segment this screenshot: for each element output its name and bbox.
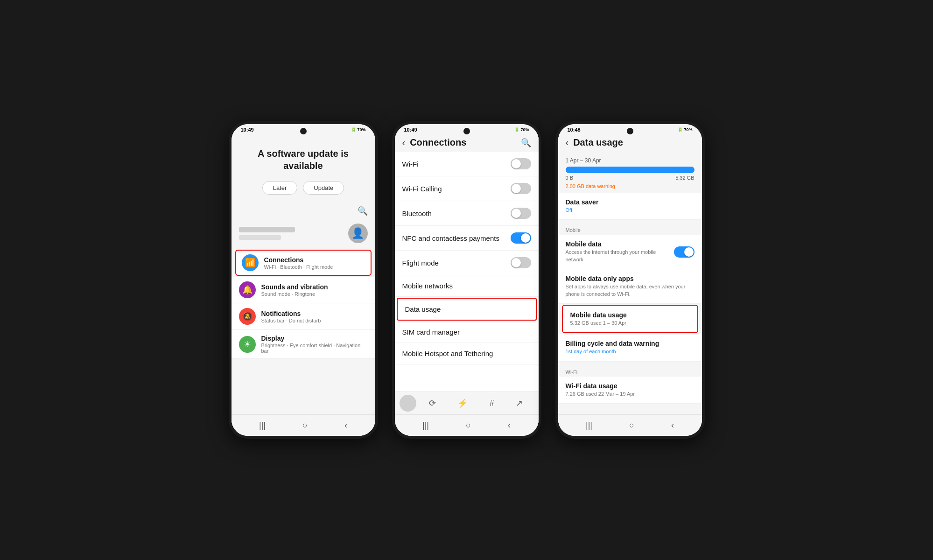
mobile-data-title: Mobile data <box>566 240 674 248</box>
data-usage-bar <box>566 167 694 173</box>
wifi-data-usage-item[interactable]: Wi-Fi data usage 7.26 GB used 22 Mar – 1… <box>558 377 702 404</box>
nav-home[interactable]: ○ <box>299 419 311 432</box>
data-usage-header: ‹ Data usage <box>558 133 702 152</box>
nav-home-2[interactable]: ○ <box>462 419 475 432</box>
billing-cycle-title: Billing cycle and data warning <box>566 340 694 347</box>
nav-back-2[interactable]: ‹ <box>504 419 514 432</box>
data-saver-title: Data saver <box>566 198 694 206</box>
settings-item-display[interactable]: ☀ Display Brightness · Eye comfort shiel… <box>231 330 375 359</box>
sounds-sub: Sound mode · Ringtone <box>261 291 368 297</box>
later-button[interactable]: Later <box>262 181 298 195</box>
connections-page-title: Connections <box>410 137 520 148</box>
bluetooth-toggle[interactable] <box>511 208 531 219</box>
scan-icon[interactable]: ⟳ <box>427 396 438 410</box>
mobile-data-usage-item[interactable]: Mobile data usage 5.32 GB used 1 – 30 Ap… <box>562 305 698 333</box>
header-search-icon[interactable]: 🔍 <box>521 138 531 148</box>
time-2: 10:49 <box>404 127 417 133</box>
phone-1: 10:49 🔋 70% A software update is availab… <box>229 121 378 439</box>
data-usage-title: Data usage <box>573 137 694 148</box>
avatar: 👤 <box>348 224 368 243</box>
connections-icon: 📶 <box>242 254 259 271</box>
nav-recent-2[interactable]: ||| <box>419 419 433 432</box>
user-name-blur <box>239 227 295 232</box>
mobile-data-toggle[interactable] <box>674 246 694 258</box>
share-icon[interactable]: ↗ <box>514 396 525 410</box>
user-sub-blur <box>239 235 281 240</box>
lightning-icon[interactable]: ⚡ <box>456 396 470 410</box>
conn-data-usage[interactable]: Data usage <box>397 298 537 321</box>
mobile-data-sub: Access the internet through your mobile … <box>566 249 674 263</box>
mobile-data-usage-sub: 5.32 GB used 1 – 30 Apr <box>570 320 690 327</box>
status-icons-1: 🔋 70% <box>351 127 366 132</box>
phone-2: 10:49 🔋 70% ‹ Connections 🔍 Wi-Fi Wi-Fi … <box>392 121 541 439</box>
display-sub: Brightness · Eye comfort shield · Naviga… <box>261 343 368 354</box>
update-button[interactable]: Update <box>303 181 344 195</box>
flight-toggle[interactable] <box>511 257 531 268</box>
data-saver-sub: Off <box>566 207 694 214</box>
display-title: Display <box>261 335 368 342</box>
conn-mobile-networks[interactable]: Mobile networks <box>395 275 539 297</box>
conn-nfc[interactable]: NFC and contactless payments <box>395 226 539 251</box>
data-warning: 2.00 GB data warning <box>558 182 702 193</box>
mobile-data-only-apps-title: Mobile data only apps <box>566 275 694 282</box>
conn-hotspot[interactable]: Mobile Hotspot and Tethering <box>395 343 539 364</box>
settings-item-notifications[interactable]: 🔕 Notifications Status bar · Do not dist… <box>231 303 375 330</box>
status-bar-3: 10:48 🔋 70% <box>558 124 702 133</box>
conn-flight-mode[interactable]: Flight mode <box>395 251 539 275</box>
data-usage-screen: ‹ Data usage 1 Apr – 30 Apr 0 B 5.32 GB … <box>558 133 702 436</box>
nav-back-3[interactable]: ‹ <box>667 419 678 432</box>
bottom-nav-3: ||| ○ ‹ <box>558 414 702 436</box>
notifications-sub: Status bar · Do not disturb <box>261 318 368 323</box>
data-saver-item[interactable]: Data saver Off <box>558 193 702 220</box>
bottom-nav-1: ||| ○ ‹ <box>231 414 375 436</box>
update-buttons: Later Update <box>231 181 375 204</box>
notifications-icon: 🔕 <box>239 308 256 325</box>
conn-sim-manager[interactable]: SIM card manager <box>395 322 539 343</box>
nfc-toggle[interactable] <box>511 232 531 244</box>
bottom-bar-2: ⟳ ⚡ # ↗ <box>395 392 539 414</box>
date-range: 1 Apr – 30 Apr <box>558 152 702 167</box>
update-title: A software update is available <box>231 133 375 181</box>
nav-recent[interactable]: ||| <box>255 419 269 432</box>
time-3: 10:48 <box>568 127 581 133</box>
phone-3: 10:48 🔋 70% ‹ Data usage 1 Apr – 30 Apr … <box>555 121 705 439</box>
mobile-data-only-apps-item[interactable]: Mobile data only apps Set apps to always… <box>558 269 702 304</box>
back-button-3[interactable]: ‹ <box>566 137 569 148</box>
data-left-label: 0 B <box>566 175 574 181</box>
nav-back[interactable]: ‹ <box>341 419 351 432</box>
data-right-label: 5.32 GB <box>675 175 694 181</box>
user-info <box>239 227 344 240</box>
mobile-data-only-apps-sub: Set apps to always use mobile data, even… <box>566 283 694 298</box>
back-button-2[interactable]: ‹ <box>402 137 406 148</box>
wifi-calling-toggle[interactable] <box>511 183 531 194</box>
search-icon[interactable]: 🔍 <box>358 206 368 216</box>
settings-item-sounds[interactable]: 🔔 Sounds and vibration Sound mode · Ring… <box>231 277 375 303</box>
data-bar-labels: 0 B 5.32 GB <box>558 173 702 182</box>
conn-wifi-calling[interactable]: Wi-Fi Calling <box>395 176 539 201</box>
nav-recent-3[interactable]: ||| <box>582 419 596 432</box>
thumb-circle <box>400 395 416 412</box>
conn-bluetooth[interactable]: Bluetooth <box>395 201 539 226</box>
connections-header: ‹ Connections 🔍 <box>395 133 539 152</box>
status-bar-2: 10:49 🔋 70% <box>395 124 539 133</box>
data-content: 1 Apr – 30 Apr 0 B 5.32 GB 2.00 GB data … <box>558 152 702 414</box>
settings-list: 📶 Connections Wi-Fi · Bluetooth · Flight… <box>231 249 375 414</box>
billing-cycle-item[interactable]: Billing cycle and data warning 1st day o… <box>558 334 702 361</box>
user-row: 👤 <box>231 220 375 249</box>
nav-home-3[interactable]: ○ <box>625 419 638 432</box>
settings-item-connections[interactable]: 📶 Connections Wi-Fi · Bluetooth · Flight… <box>235 250 372 276</box>
wifi-data-usage-title: Wi-Fi data usage <box>566 382 694 390</box>
wifi-data-usage-sub: 7.26 GB used 22 Mar – 19 Apr <box>566 391 694 398</box>
connections-sub: Wi-Fi · Bluetooth · Flight mode <box>264 264 365 270</box>
connections-list: Wi-Fi Wi-Fi Calling Bluetooth NFC and co… <box>395 152 539 392</box>
display-icon: ☀ <box>239 336 256 353</box>
hash-icon[interactable]: # <box>488 397 496 410</box>
search-row: 🔍 <box>231 204 375 220</box>
connections-screen: ‹ Connections 🔍 Wi-Fi Wi-Fi Calling Blue… <box>395 133 539 436</box>
bottom-nav-2: ||| ○ ‹ <box>395 414 539 436</box>
mobile-data-usage-title: Mobile data usage <box>570 311 690 319</box>
conn-wifi[interactable]: Wi-Fi <box>395 152 539 176</box>
mobile-data-item[interactable]: Mobile data Access the internet through … <box>558 235 702 269</box>
wifi-toggle[interactable] <box>511 158 531 169</box>
billing-cycle-sub: 1st day of each month <box>566 348 694 355</box>
